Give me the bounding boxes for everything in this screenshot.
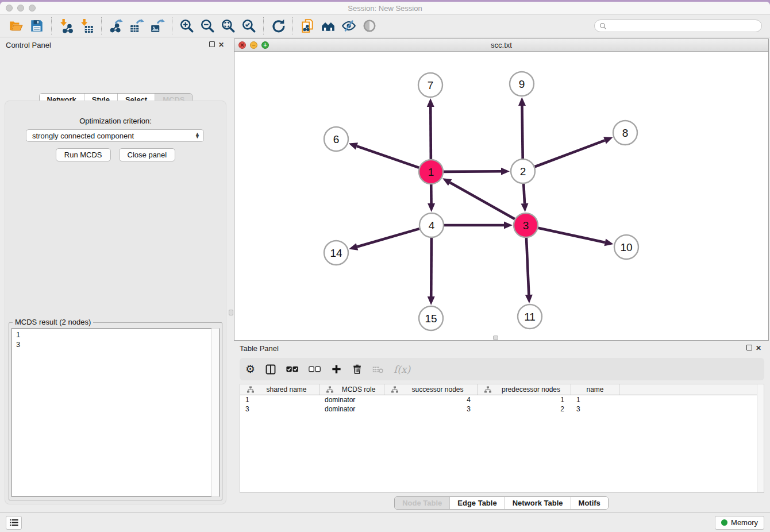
- memory-label: Memory: [731, 518, 758, 527]
- import-table-icon: [79, 18, 94, 33]
- export-table-button[interactable]: [126, 17, 147, 35]
- result-scrollbar[interactable]: [211, 328, 220, 497]
- search-input[interactable]: [610, 22, 757, 30]
- main-toolbar: [0, 15, 770, 37]
- edge-1-6[interactable]: [349, 142, 419, 168]
- mcds-result-list[interactable]: 1 3: [11, 328, 220, 497]
- memory-status-icon: [721, 519, 727, 526]
- table-options-button[interactable]: ⚙: [245, 363, 255, 376]
- tab-network-table[interactable]: Network Table: [505, 497, 571, 509]
- tab-motifs[interactable]: Motifs: [571, 497, 608, 509]
- column-header-predecessor-nodes[interactable]: predecessor nodes: [478, 384, 571, 395]
- edge-3-11[interactable]: [525, 238, 533, 303]
- open-session-button[interactable]: [6, 17, 26, 35]
- node-6[interactable]: 6: [324, 127, 348, 151]
- edge-4-3[interactable]: [444, 222, 513, 229]
- column-header-MCDS-role[interactable]: MCDS role: [319, 384, 384, 395]
- run-mcds-button[interactable]: Run MCDS: [56, 148, 111, 161]
- column-header-shared-name[interactable]: shared name: [240, 384, 319, 395]
- node-3[interactable]: 3: [514, 213, 538, 237]
- apply-layout-button[interactable]: [268, 17, 288, 35]
- first-neighbors-button[interactable]: [318, 17, 338, 35]
- tab-edge-table[interactable]: Edge Table: [449, 497, 504, 509]
- node-8[interactable]: 8: [613, 121, 637, 145]
- table-scrollbar[interactable]: [757, 384, 764, 492]
- canvas-divider-grip[interactable]: [493, 336, 498, 340]
- column-tree-icon: [481, 386, 491, 393]
- control-panel-float-button[interactable]: [207, 41, 217, 49]
- zoom-in-button[interactable]: [176, 17, 197, 35]
- tab-node-table[interactable]: Node Table: [395, 497, 449, 509]
- edge-2-3[interactable]: [521, 184, 528, 212]
- criterion-dropdown[interactable]: strongly connected component ▲▼: [26, 129, 204, 142]
- close-panel-button[interactable]: Close panel: [119, 148, 176, 161]
- create-column-button[interactable]: [331, 364, 342, 375]
- edge-2-9[interactable]: [518, 97, 526, 159]
- import-table-button[interactable]: [76, 17, 97, 35]
- control-panel-close-button[interactable]: ✕: [217, 41, 226, 49]
- edge-2-8[interactable]: [535, 137, 613, 167]
- eye-button[interactable]: [359, 17, 380, 35]
- edge-1-7[interactable]: [427, 98, 434, 159]
- edge-3-10[interactable]: [538, 228, 613, 246]
- export-network-icon: [109, 18, 124, 33]
- node-1[interactable]: 1: [419, 160, 443, 184]
- network-canvas[interactable]: 7968124314101511: [234, 52, 768, 340]
- search-field[interactable]: [594, 20, 762, 32]
- column-header-successor-nodes[interactable]: successor nodes: [384, 384, 478, 395]
- import-network-button[interactable]: [56, 17, 76, 35]
- show-hide-style-button[interactable]: [338, 17, 359, 35]
- panel-divider-grip[interactable]: [229, 310, 233, 315]
- zoom-in-icon: [179, 18, 194, 33]
- export-network-button[interactable]: [106, 17, 126, 35]
- unselect-all-columns-button[interactable]: [309, 365, 321, 373]
- edge-3-1[interactable]: [442, 178, 515, 219]
- svg-text:4: 4: [429, 219, 435, 232]
- save-session-button[interactable]: [26, 17, 47, 35]
- refresh-icon: [271, 18, 286, 33]
- zoom-fit-button[interactable]: [218, 17, 238, 35]
- table-row[interactable]: 1dominator411: [240, 395, 764, 404]
- show-column-button[interactable]: [265, 364, 276, 375]
- node-2[interactable]: 2: [511, 159, 535, 183]
- node-11[interactable]: 11: [518, 304, 542, 329]
- node-4[interactable]: 4: [419, 213, 444, 237]
- edge-4-15[interactable]: [428, 238, 435, 305]
- zoom-out-button[interactable]: [197, 17, 218, 35]
- show-panels-button[interactable]: [6, 516, 22, 530]
- clone-network-button[interactable]: [297, 17, 318, 35]
- table-cell: 2: [478, 405, 571, 413]
- table-panel-float-button[interactable]: [745, 344, 754, 352]
- node-10[interactable]: 10: [614, 235, 638, 259]
- optimization-criterion-label: Optimization criterion:: [5, 117, 226, 125]
- column-tree-icon: [388, 386, 398, 393]
- table-header-row: shared nameMCDS rolesuccessor nodesprede…: [240, 384, 764, 395]
- window-titlebar: Session: New Session: [0, 2, 770, 15]
- svg-text:3: 3: [523, 219, 529, 232]
- search-icon: [599, 22, 607, 30]
- column-header-name[interactable]: name: [571, 384, 619, 395]
- node-15[interactable]: 15: [419, 306, 443, 330]
- delete-columns-button[interactable]: [352, 364, 363, 375]
- edge-1-4[interactable]: [428, 184, 435, 212]
- edge-4-14[interactable]: [349, 229, 419, 250]
- table-cell: 3: [571, 405, 619, 413]
- control-panel: Control Panel ✕ NetworkStyleSelectMCDS O…: [0, 37, 232, 512]
- node-table: shared nameMCDS rolesuccessor nodesprede…: [240, 384, 764, 493]
- edge-1-2[interactable]: [444, 168, 510, 175]
- svg-text:7: 7: [428, 79, 434, 91]
- export-image-button[interactable]: [147, 17, 168, 35]
- node-14[interactable]: 14: [324, 241, 348, 265]
- table-cell: 1: [478, 396, 571, 404]
- import-network-icon: [59, 18, 74, 33]
- node-9[interactable]: 9: [510, 72, 534, 96]
- table-row[interactable]: 3dominator323: [240, 404, 764, 414]
- trash-icon: [352, 364, 363, 375]
- zoom-selected-button[interactable]: [238, 17, 259, 35]
- svg-text:1: 1: [428, 166, 434, 178]
- select-all-columns-button[interactable]: [286, 365, 299, 373]
- svg-text:6: 6: [333, 133, 340, 145]
- node-7[interactable]: 7: [418, 73, 442, 97]
- table-panel-close-button[interactable]: ✕: [754, 344, 763, 352]
- memory-button[interactable]: Memory: [715, 516, 764, 530]
